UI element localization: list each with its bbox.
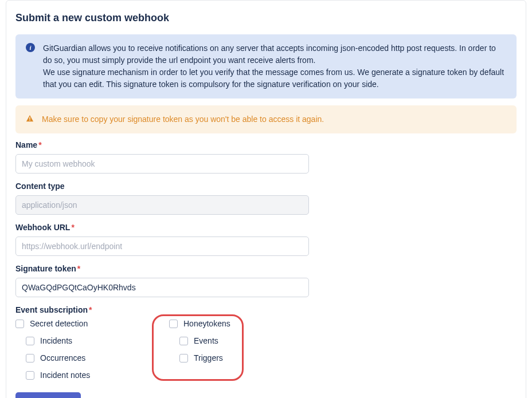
checkbox-events[interactable]	[179, 337, 188, 345]
info-line-2: We use signature mechanism in order to l…	[43, 68, 504, 89]
checkbox-secret-detection-row: Secret detection	[15, 319, 142, 328]
checkbox-events-row: Events	[179, 336, 230, 345]
checkbox-incidents[interactable]	[26, 337, 34, 345]
checkbox-occurrences[interactable]	[26, 354, 34, 362]
info-alert: i GitGuardian allows you to receive noti…	[15, 34, 517, 98]
checkbox-secret-detection[interactable]	[15, 320, 24, 328]
name-label: Name*	[15, 140, 517, 149]
checkbox-incident-notes[interactable]	[26, 371, 34, 380]
warning-icon	[26, 115, 34, 123]
checkbox-incidents-row: Incidents	[26, 336, 142, 345]
checkbox-secret-detection-label[interactable]: Secret detection	[30, 319, 88, 328]
webhook-form-panel: Submit a new custom webhook i GitGuardia…	[6, 0, 526, 398]
content-type-input	[15, 195, 309, 215]
checkbox-triggers-label[interactable]: Triggers	[194, 353, 223, 362]
info-icon: i	[26, 43, 35, 52]
add-another-button[interactable]: Add another	[15, 392, 81, 398]
svg-rect-1	[29, 120, 30, 121]
content-type-label: Content type	[15, 182, 517, 191]
info-alert-text: GitGuardian allows you to receive notifi…	[43, 42, 506, 90]
svg-rect-0	[29, 117, 30, 119]
signature-token-input[interactable]	[15, 278, 309, 297]
warning-alert: Make sure to copy your signature token a…	[15, 105, 517, 133]
event-subscription-label: Event subscription*	[15, 305, 517, 314]
checkbox-triggers-row: Triggers	[179, 353, 230, 362]
checkbox-occurrences-label[interactable]: Occurrences	[40, 353, 85, 362]
checkbox-honeytokens[interactable]	[169, 320, 178, 328]
webhook-url-label: Webhook URL*	[15, 223, 517, 232]
checkbox-incident-notes-row: Incident notes	[26, 371, 142, 380]
name-input[interactable]	[15, 154, 309, 174]
checkbox-events-label[interactable]: Events	[194, 336, 218, 345]
signature-token-label: Signature token*	[15, 264, 517, 273]
warning-alert-text: Make sure to copy your signature token a…	[42, 113, 324, 125]
webhook-url-input[interactable]	[15, 237, 309, 256]
checkbox-incident-notes-label[interactable]: Incident notes	[40, 371, 90, 380]
checkbox-triggers[interactable]	[179, 354, 188, 362]
checkbox-occurrences-row: Occurrences	[26, 353, 142, 362]
panel-heading: Submit a new custom webhook	[15, 12, 517, 24]
checkbox-incidents-label[interactable]: Incidents	[40, 336, 72, 345]
checkbox-honeytokens-row: Honeytokens	[169, 319, 230, 328]
checkbox-honeytokens-label[interactable]: Honeytokens	[183, 319, 230, 328]
info-line-1: GitGuardian allows you to receive notifi…	[43, 44, 496, 65]
